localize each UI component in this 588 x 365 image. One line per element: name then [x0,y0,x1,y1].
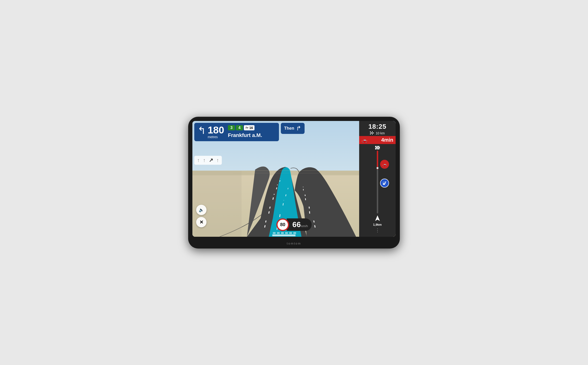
bottom-left-controls: 🔈 ✕ [196,205,207,227]
road-badge-a3: 3 [228,125,235,130]
screen: ↰ 180 metres 3 4 A▸ 16 Frankfurt a.M. [192,121,396,237]
svg-rect-17 [373,133,374,133]
traffic-bar: 🚗 4min [359,136,396,144]
time-display: 18:25 [368,121,387,131]
svg-rect-33 [379,148,380,149]
svg-rect-18 [370,133,371,134]
nav-arrow-marker [375,215,380,222]
brand-label: tomtom [287,242,301,245]
svg-rect-21 [373,133,374,134]
distance-to-end: 10 km [368,131,387,136]
navigation-header: ↰ 180 metres 3 4 A▸ 16 Frankfurt a.M. [192,121,359,141]
lane-guidance: ↑ ↑ ↗ ↑ [194,156,222,165]
traffic-car-icon: 🚗 [361,137,367,143]
more-options[interactable]: ⋮ [375,227,380,235]
traffic-incident-marker: 🚗 [380,160,389,169]
svg-rect-31 [376,148,378,149]
svg-rect-14 [370,133,371,133]
then-arrow: ↱ [296,125,301,132]
svg-rect-1 [273,232,276,234]
svg-rect-12 [372,132,373,133]
svg-rect-3 [281,232,284,234]
fuel-station-marker [380,179,389,188]
gps-device: ↰ 180 metres 3 4 A▸ 16 Frankfurt a.M. [188,117,400,248]
svg-rect-28 [378,147,379,148]
main-instruction-box[interactable]: ↰ 180 metres 3 4 A▸ 16 Frankfurt a.M. [194,123,279,141]
fuel-icon [382,181,387,185]
svg-rect-11 [371,132,372,133]
position-arrow [375,215,380,221]
route-progress: 🚗 [359,144,396,237]
svg-marker-39 [375,215,380,221]
lane-straight-3: ↑ [216,157,219,163]
svg-rect-32 [378,148,379,149]
cancel-icon: ✕ [200,219,203,225]
distance-unit: metres [208,135,224,139]
checkered-icon [370,132,374,135]
sidebar-right: 18:25 10 km [359,121,396,237]
current-speed-value: 66 [292,220,301,229]
svg-rect-13 [373,132,374,133]
svg-rect-30 [375,148,376,149]
speed-limit-sign: 80 [276,218,289,231]
speed-limit-value: 80 [280,222,285,227]
destination-name: Frankfurt a.M. [228,132,262,138]
lane-straight-2: ↑ [203,157,206,163]
svg-rect-0 [272,234,296,236]
svg-rect-23 [376,146,378,147]
then-instruction-box[interactable]: Then ↱ [281,123,304,134]
svg-point-38 [385,182,386,183]
end-distance: 10 km [376,131,385,135]
svg-rect-2 [277,232,280,234]
speed-unit: km/h [301,224,308,228]
main-turn-arrow: ↰ [198,126,206,136]
route-end-flag [375,146,380,150]
sound-button[interactable]: 🔈 [196,205,207,215]
svg-rect-22 [375,146,376,147]
current-speed-display: 66 km/h [287,218,312,231]
svg-rect-5 [289,232,292,234]
svg-rect-24 [378,146,379,147]
svg-rect-35 [383,182,385,183]
distance-number: 180 [208,125,224,135]
svg-rect-19 [371,133,372,134]
svg-rect-16 [372,133,373,133]
cancel-button[interactable]: ✕ [196,217,207,227]
svg-rect-10 [370,132,371,133]
svg-rect-20 [372,133,373,134]
svg-rect-26 [375,147,376,148]
sound-icon: 🔈 [199,207,204,212]
road-badge-e16: A▸ 16 [244,125,255,130]
svg-rect-4 [285,232,288,234]
lane-turn-right: ↗ [209,157,213,163]
lane-straight-1: ↑ [197,157,200,163]
svg-rect-25 [379,146,380,147]
eta-time: 4min [381,137,393,143]
speed-display: 80 66 km/h [276,218,312,231]
then-label: Then [284,126,294,131]
svg-rect-15 [371,133,372,133]
svg-rect-6 [293,232,296,234]
svg-rect-27 [376,147,378,148]
road-badge-a4: 4 [236,125,243,130]
road-badges: 3 4 A▸ 16 [228,125,262,130]
route-distance-marker: 1,9km [373,223,382,227]
svg-rect-29 [379,147,380,148]
distance-info: 180 metres [208,125,224,139]
